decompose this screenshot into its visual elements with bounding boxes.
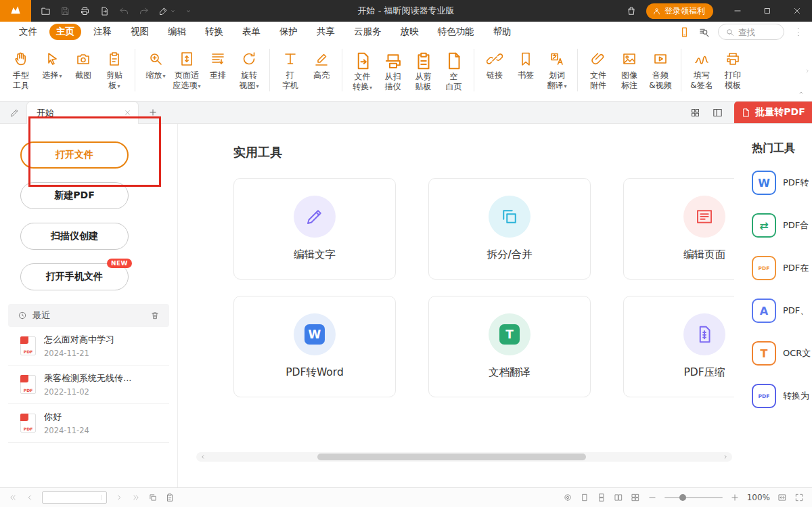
export-icon[interactable] [99,6,110,16]
print-template-tool[interactable]: 打印模板 [717,46,748,91]
fill-sign-tool[interactable]: 填写&签名 [686,46,717,91]
format-brush-button[interactable] [158,6,176,16]
pdf-merge-hot-item[interactable]: ⇄PDF合 [752,213,812,238]
menu-item-特色功能[interactable]: 特色功能 [431,24,481,40]
hand-tool[interactable]: 手型工具 [5,46,37,91]
fit-width-icon[interactable] [777,493,787,502]
first-page-icon[interactable] [8,493,18,502]
open-file-button[interactable]: 打开文件 [20,141,129,169]
pdf-to-word-card[interactable]: WPDF转Word [233,296,396,397]
facing-continuous-view-icon[interactable] [631,493,640,502]
login-button[interactable]: 登录领福利 [646,3,713,19]
pdf-online-hot-item[interactable]: PDFPDF在 [752,256,812,280]
horizontal-scrollbar[interactable] [196,452,732,462]
snapshot-icon[interactable] [148,493,158,502]
menu-item-表单[interactable]: 表单 [235,24,267,40]
next-page-icon[interactable] [114,493,124,502]
store-icon[interactable] [626,5,637,16]
ribbon-collapse-icon[interactable] [797,89,805,97]
search-input[interactable] [738,27,776,37]
open-mobile-file-button[interactable]: 打开手机文件NEW [20,263,129,290]
clipboard-status-icon[interactable] [165,493,175,502]
save-icon[interactable] [60,6,70,16]
menu-item-共享[interactable]: 共享 [310,24,342,40]
clipboard-tool[interactable]: 剪贴板▾ [99,46,130,91]
ribbon-overflow-icon[interactable] [804,68,811,74]
advanced-search-icon[interactable] [698,26,710,38]
clear-recent-trash-icon[interactable] [150,311,160,320]
single-page-view-icon[interactable] [580,493,589,502]
snapshot-tool[interactable]: 截图 [68,46,99,81]
zoom-slider-thumb[interactable] [679,494,686,501]
bookmark-tool[interactable]: 书签 [510,46,541,81]
scroll-left-icon[interactable] [200,454,206,460]
pdf-to-word-hot-item[interactable]: WPDF转 [752,171,812,195]
menu-item-文件[interactable]: 文件 [12,24,44,40]
convert-to-pdf-hot-item[interactable]: PDF转换为 [752,384,812,408]
menu-item-视图[interactable]: 视图 [124,24,156,40]
menu-item-编辑[interactable]: 编辑 [161,24,193,40]
audio-video-tool[interactable]: 音频&视频 [645,46,676,91]
scrollbar-thumb[interactable] [317,454,587,460]
rotate-view-tool[interactable]: 旋转视图▾ [233,46,265,91]
minimize-button[interactable] [723,0,752,22]
file-attachment-tool[interactable]: 文件附件 [583,46,614,91]
reflow-tool[interactable]: 重排 [202,46,233,81]
recent-file-item[interactable]: PDF你好2024-11-24 [8,404,169,443]
customize-toolbar-icon[interactable] [185,8,191,14]
menu-item-保护[interactable]: 保护 [273,24,304,40]
highlight-tool[interactable]: 高亮 [306,46,337,81]
doc-translate-card[interactable]: T文档翻译 [428,296,591,397]
fullscreen-icon[interactable] [794,493,804,502]
from-clipboard-tool[interactable]: 从剪贴板 [408,46,438,92]
new-pdf-button[interactable]: 新建PDF [20,182,129,209]
from-scanner-tool[interactable]: 从扫描仪 [378,46,408,92]
menu-item-云服务[interactable]: 云服务 [347,24,388,40]
convert-files-tool[interactable]: 文件转换▾ [347,46,378,93]
scrollbar-track[interactable] [210,454,718,460]
new-tab-button[interactable] [148,108,158,117]
edit-text-card[interactable]: 编辑文字 [233,178,396,280]
zoom-slider[interactable] [664,497,723,498]
undo-icon[interactable] [119,6,129,16]
last-page-icon[interactable] [131,493,141,502]
tab-list-view-icon[interactable] [712,107,723,118]
zoom-level[interactable]: 100% [747,493,770,502]
mobile-reading-icon[interactable] [679,26,690,38]
menu-item-转换[interactable]: 转换 [198,24,230,40]
menu-item-home-active[interactable]: 主页 [49,24,81,40]
typewriter-tool[interactable]: 打字机 [275,46,306,91]
print-icon[interactable] [80,6,90,16]
blank-page-tool[interactable]: 空白页 [438,46,469,92]
translate-tool[interactable]: 划词翻译▾ [541,46,572,91]
batch-to-pdf-button[interactable]: 批量转PDF [734,102,812,123]
zoom-out-icon[interactable] [648,493,657,502]
link-tool[interactable]: 链接 [479,46,510,81]
close-button[interactable] [782,0,812,22]
facing-view-icon[interactable] [614,493,623,502]
image-annotation-tool[interactable]: 图像标注 [614,46,645,91]
select-tool[interactable]: 选择▾ [37,46,68,81]
tab-close-icon[interactable] [124,109,131,116]
pdf-edit-hot-item[interactable]: APDF、 [752,299,812,323]
app-logo-button[interactable] [0,0,31,22]
tab-grid-view-icon[interactable] [690,107,701,118]
continuous-view-icon[interactable] [597,493,606,502]
scanner-create-button[interactable]: 扫描仪创建 [20,223,129,250]
zoom-in-icon[interactable] [730,493,740,502]
tab-start[interactable]: 开始 [26,102,139,124]
edit-tabs-icon[interactable] [9,108,20,118]
open-file-icon[interactable] [41,6,51,16]
scroll-right-icon[interactable] [722,454,729,460]
menu-item-放映[interactable]: 放映 [394,24,426,40]
search-box[interactable] [718,24,784,40]
more-menu-icon[interactable] [792,26,804,38]
fit-page-tool[interactable]: 页面适应选项▾ [171,46,202,91]
recent-file-item[interactable]: PDF乘客检测系统无线传...2022-11-02 [8,366,169,404]
prev-page-icon[interactable] [25,493,35,502]
maximize-button[interactable] [752,0,782,22]
loupe-icon[interactable] [563,493,572,502]
edit-pages-card[interactable]: 编辑页面 [623,178,734,280]
ocr-text-hot-item[interactable]: TOCR文 [752,341,812,366]
split-merge-card[interactable]: 拆分/合并 [428,178,591,280]
